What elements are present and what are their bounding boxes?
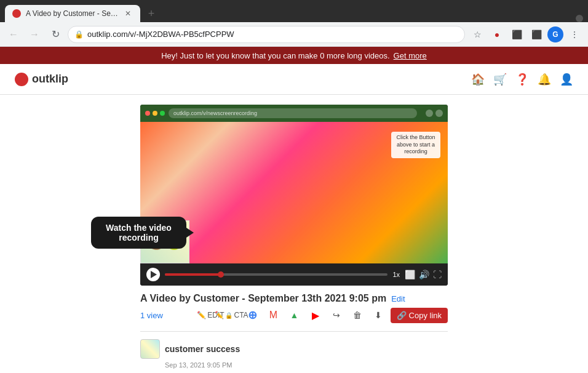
google-add-button[interactable]: ⊕: [244, 307, 261, 324]
gdrive-icon: ▲: [290, 310, 299, 320]
bell-icon[interactable]: 🔔: [538, 73, 551, 86]
share-icon: ↪: [333, 310, 340, 320]
action-icons: ✏️ EDIT ✏️ 🔒 CTA ⊕ M ▲ ▶: [202, 307, 448, 324]
url-text: outklip.com/v/-MjX2DBWA-PB5cfPCPPW: [87, 30, 458, 39]
browser-dot-yellow: [153, 111, 157, 116]
video-tooltip: Click the Button above to start a record…: [391, 132, 440, 158]
youtube-button[interactable]: ▶: [307, 307, 324, 324]
help-icon[interactable]: ❓: [515, 73, 529, 86]
back-button[interactable]: ←: [5, 26, 22, 43]
cart-icon[interactable]: 🛒: [493, 73, 507, 86]
commenter-username: customer success: [165, 344, 240, 354]
extension-button-2[interactable]: ⬛: [508, 26, 525, 43]
views-count: 1 view: [140, 311, 163, 320]
browser-action-1: [426, 110, 433, 117]
toolbar-icons: ☆ ● ⬛ ⬛ G ⋮: [469, 26, 583, 43]
cta-action-button[interactable]: ✏️ 🔒 CTA: [223, 307, 240, 324]
youtube-icon: ▶: [312, 310, 319, 321]
trash-icon: 🗑: [353, 310, 362, 320]
link-icon: 🔗: [397, 311, 407, 320]
copy-link-label: Copy link: [409, 311, 442, 320]
chrome-toolbar: ← → ↻ 🔒 outklip.com/v/-MjX2DBWA-PB5cfPCP…: [0, 22, 588, 47]
site-header: outklip 🏠 🛒 ❓ 🔔 👤: [0, 64, 588, 95]
lock-icon: 🔒: [74, 30, 84, 39]
screen-icon[interactable]: ⬜: [405, 270, 415, 279]
extension-button-3[interactable]: ⬛: [528, 26, 545, 43]
comment-meta: Sep 13, 2021 9:05 PM: [165, 361, 448, 369]
reload-button[interactable]: ↻: [47, 26, 64, 43]
chrome-frame: A Video by Customer - Septem… ✕ + ← → ↻ …: [0, 0, 588, 47]
progress-fill: [165, 273, 221, 276]
play-button[interactable]: [146, 268, 160, 281]
tab-favicon: [12, 9, 21, 18]
delete-button[interactable]: 🗑: [349, 307, 366, 324]
gmail-button[interactable]: M: [265, 307, 282, 324]
logo[interactable]: outklip: [15, 73, 68, 86]
page-content: outklip 🏠 🛒 ❓ 🔔 👤 Watch the video record…: [0, 64, 588, 373]
active-tab[interactable]: A Video by Customer - Septem… ✕: [5, 5, 140, 22]
user-icon[interactable]: 👤: [560, 73, 573, 86]
browser-action-2: [435, 110, 443, 117]
browser-url-text: outklip.com/v/newscreenrecording: [173, 110, 257, 116]
video-container: outklip.com/v/newscreenrecording Click t…: [140, 105, 448, 286]
extension-button-1[interactable]: ●: [488, 26, 506, 43]
video-wrapper: Watch the video recording outklip.com/v/…: [140, 105, 448, 286]
profile-avatar[interactable]: G: [547, 26, 563, 42]
browser-dot-red: [145, 111, 150, 116]
bookmark-button[interactable]: ☆: [469, 26, 486, 43]
control-icons: ⬜ 🔊 ⛶: [405, 270, 442, 279]
video-annotation: Watch the video recording: [91, 217, 186, 249]
window-dot-1: [576, 15, 583, 22]
tab-close-button[interactable]: ✕: [123, 9, 133, 18]
browser-url-bar: outklip.com/v/newscreenrecording: [169, 108, 417, 118]
video-title: A Video by Customer - September 13th 202…: [140, 293, 386, 304]
info-bar: Hey! Just to let you know that you can m…: [0, 47, 588, 64]
google-plus-icon: ⊕: [248, 308, 257, 322]
play-icon: [151, 271, 157, 278]
comment-section: customer success Sep 13, 2021 9:05 PM Ma…: [140, 331, 448, 373]
tab-bar: A Video by Customer - Septem… ✕ +: [0, 0, 588, 22]
logo-text: outklip: [32, 73, 68, 86]
download-icon: ⬇: [375, 310, 382, 320]
header-icons: 🏠 🛒 ❓ 🔔 👤: [471, 73, 573, 86]
video-title-row: A Video by Customer - September 13th 202…: [140, 293, 448, 304]
speed-label[interactable]: 1x: [392, 271, 400, 278]
video-gradient: Click the Button above to start a record…: [140, 122, 448, 263]
commenter-avatar: [140, 339, 160, 359]
title-edit-link[interactable]: Edit: [391, 294, 405, 303]
new-tab-button[interactable]: +: [143, 5, 160, 22]
info-bar-link[interactable]: Get more: [394, 51, 427, 60]
cta-pencil-icon: ✏️: [215, 311, 224, 319]
tab-title: A Video by Customer - Septem…: [26, 9, 118, 18]
main-area: Watch the video recording outklip.com/v/…: [140, 95, 448, 373]
edit-pencil-icon: ✏️: [197, 311, 206, 319]
download-button[interactable]: ⬇: [370, 307, 387, 324]
comment-header: customer success: [140, 339, 448, 359]
browser-dots: [145, 111, 165, 116]
volume-icon[interactable]: 🔊: [419, 270, 429, 279]
chrome-window-controls: [576, 15, 588, 22]
share-button[interactable]: ↪: [328, 307, 345, 324]
logo-icon: [15, 73, 28, 86]
copy-link-button[interactable]: 🔗 Copy link: [391, 308, 448, 323]
address-bar[interactable]: 🔒 outklip.com/v/-MjX2DBWA-PB5cfPCPPW: [68, 26, 465, 43]
gdrive-button[interactable]: ▲: [286, 307, 303, 324]
forward-button[interactable]: →: [26, 26, 43, 43]
cta-lock-icon: 🔒: [225, 312, 232, 319]
info-bar-message: Hey! Just to let you know that you can m…: [161, 51, 389, 60]
progress-bar[interactable]: [165, 273, 387, 276]
chrome-menu-button[interactable]: ⋮: [566, 26, 583, 43]
views-row: 1 view ✏️ EDIT ✏️ 🔒 CTA ⊕ M ▲: [140, 307, 448, 324]
gmail-icon: M: [269, 310, 277, 321]
browser-dot-green: [160, 111, 165, 116]
progress-dot: [218, 271, 224, 278]
video-browser-bar: outklip.com/v/newscreenrecording: [140, 105, 448, 122]
video-controls: 1x ⬜ 🔊 ⛶: [140, 263, 448, 286]
fullscreen-icon[interactable]: ⛶: [433, 270, 442, 279]
home-icon[interactable]: 🏠: [471, 73, 485, 86]
